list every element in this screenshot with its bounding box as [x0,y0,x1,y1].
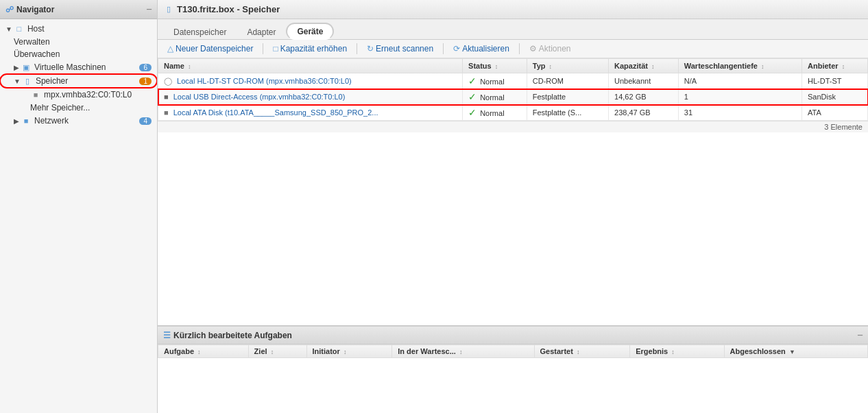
table-container: Name ↕ Status ↕ Typ ↕ [158,58,868,325]
sidebar-item-vmhba32[interactable]: ■ mpx.vmhba32:C0:T0:L0 [0,88,157,102]
tasks-col-aufgabe[interactable]: Aufgabe ↕ [158,345,249,358]
tasks-col-queue[interactable]: In der Wartesc... ↕ [392,345,534,358]
col-capacity[interactable]: Kapazität ↕ [609,59,679,73]
toolbar: △ Neuer Datenspeicher □ Kapazität erhöhe… [158,40,868,58]
expand-arrow-vms: ▶ [14,64,19,71]
window-title: T130.fritz.box - Speicher [177,4,280,14]
col-vendor[interactable]: Anbieter ↕ [802,59,868,73]
actions-icon: ⚙ [529,44,537,54]
col-queue-depth[interactable]: Warteschlangentiefe ↕ [678,59,801,73]
sidebar-item-host[interactable]: ▼ □ Host [0,22,157,36]
table-header-row: Name ↕ Status ↕ Typ ↕ [158,59,868,73]
tasks-col-queue-label: In der Wartesc... [398,347,456,355]
table-row[interactable]: ◯ Local HL-DT-ST CD-ROM (mpx.vmhba36:C0:… [158,73,868,89]
bottom-panel-minimize-button[interactable]: ─ [858,331,863,339]
expand-capacity-button[interactable]: □ Kapazität erhöhen [269,43,351,55]
tasks-icon: ☰ [163,331,171,340]
status-ok-icon-2: ✓ [468,91,477,102]
row3-status-label: Normal [480,109,504,117]
col-capacity-sort: ↕ [651,63,655,70]
col-vendor-label: Anbieter [808,62,839,70]
refresh-button[interactable]: ⟳ Aktualisieren [449,43,514,55]
row3-name: ■ Local ATA Disk (t10.ATA_____Samsung_SS… [158,105,463,121]
row3-vendor: ATA [802,105,868,121]
col-type-sort: ↕ [549,63,553,70]
actions-button[interactable]: ⚙ Aktionen [525,43,575,55]
storage-icon: ▯ [22,75,33,86]
sidebar-item-netzwerk[interactable]: ▶ ■ Netzwerk 4 [0,114,157,128]
rescan-label: Erneut scannen [376,44,433,54]
sidebar-speicher-label: Speicher [36,76,140,86]
sidebar-minimize-button[interactable]: ─ [147,5,152,13]
sidebar-content: ▼ □ Host Verwalten Überwachen ▶ ▣ Virtue… [0,19,157,413]
tasks-col-initiator[interactable]: Initiator ↕ [306,345,392,358]
new-datastore-icon: △ [167,44,173,54]
sidebar-header: ☍ Navigator ─ [0,0,157,19]
row3-name-link[interactable]: Local ATA Disk (t10.ATA_____Samsung_SSD_… [173,108,378,117]
row2-status: ✓ Normal [463,89,527,105]
sidebar-item-speicher[interactable]: ▼ ▯ Speicher 1 [0,74,157,88]
tasks-col-started-sort: ↕ [577,349,580,355]
row2-vendor: SanDisk [802,89,868,105]
sidebar-verwalten-label: Verwalten [14,37,152,47]
refresh-label: Aktualisieren [462,44,509,54]
status-ok-icon-3: ✓ [468,107,477,118]
toolbar-sep-1 [263,43,263,54]
network-icon: ■ [21,115,32,126]
tasks-table: Aufgabe ↕ Ziel ↕ Initiator ↕ [158,344,868,358]
bottom-panel-title: ☰ Kürzlich bearbeitete Aufgaben [163,331,292,340]
sidebar: ☍ Navigator ─ ▼ □ Host Verwalten Überwac… [0,0,158,413]
sidebar-title: ☍ Navigator [5,5,54,14]
row2-status-label: Normal [480,93,504,102]
tasks-col-result[interactable]: Ergebnis ↕ [630,345,724,358]
tasks-col-result-sort: ↕ [671,349,675,355]
bottom-panel: ☰ Kürzlich bearbeitete Aufgaben ─ Aufgab… [158,325,868,413]
col-queue-depth-label: Warteschlangentiefe [684,62,758,70]
tabs-bar: Datenspeicher Adapter Geräte [158,19,868,40]
sidebar-netzwerk-label: Netzwerk [34,116,139,126]
tasks-col-aufgabe-label: Aufgabe [164,347,194,355]
expand-capacity-label: Kapazität erhöhen [280,44,347,54]
table-row[interactable]: ■ Local USB Direct-Access (mpx.vmhba32:C… [158,89,868,105]
row1-queue-depth: N/A [678,73,801,89]
row2-type: Festplatte [527,89,608,105]
tasks-col-completed[interactable]: Abgeschlossen ▼ [724,345,867,358]
tasks-col-ziel-sort: ↕ [271,349,274,355]
tasks-col-initiator-sort: ↕ [343,349,347,355]
sidebar-vmhba32-label: mpx.vmhba32:C0:T0:L0 [44,90,152,99]
col-type[interactable]: Typ ↕ [527,59,608,73]
rescan-button[interactable]: ↻ Erneut scannen [363,43,437,55]
sidebar-item-mehr-speicher[interactable]: Mehr Speicher... [0,102,157,114]
completed-filter-icon: ▼ [789,349,795,355]
tasks-col-started[interactable]: Gestartet ↕ [534,345,630,358]
sidebar-item-vms[interactable]: ▶ ▣ Virtuelle Maschinen 6 [0,60,157,74]
tasks-col-initiator-label: Initiator [313,347,340,355]
col-name[interactable]: Name ↕ [158,59,463,73]
disk-sub-icon: ■ [30,89,41,100]
sidebar-item-verwalten[interactable]: Verwalten [0,36,157,48]
col-status[interactable]: Status ↕ [463,59,527,73]
tab-adapter[interactable]: Adapter [237,24,286,40]
toolbar-sep-2 [357,43,357,54]
disk-icon: ■ [164,108,169,117]
sidebar-uberwachen-label: Überwachen [14,49,152,59]
tasks-col-ziel[interactable]: Ziel ↕ [248,345,306,358]
new-datastore-button[interactable]: △ Neuer Datenspeicher [163,43,257,55]
tab-datenspeicher-label: Datenspeicher [173,27,226,37]
tasks-col-started-label: Gestartet [540,347,573,355]
usb-icon: ■ [164,93,169,101]
vm-icon: ▣ [21,62,32,73]
table-row[interactable]: ■ Local ATA Disk (t10.ATA_____Samsung_SS… [158,105,868,121]
row2-name-link[interactable]: Local USB Direct-Access (mpx.vmhba32:C0:… [173,93,346,101]
navigator-icon: ☍ [5,5,14,14]
sidebar-item-uberwachen[interactable]: Überwachen [0,48,157,60]
rescan-icon: ↻ [367,44,374,54]
vms-badge: 6 [139,64,152,71]
tab-geraete[interactable]: Geräte [286,23,334,40]
col-name-sort: ↕ [188,63,191,70]
col-name-label: Name [164,62,184,70]
tasks-col-aufgabe-sort: ↕ [197,349,201,355]
tab-datenspeicher[interactable]: Datenspeicher [163,24,237,40]
row1-name-link[interactable]: Local HL-DT-ST CD-ROM (mpx.vmhba36:C0:T0… [177,77,352,85]
expand-arrow-speicher: ▼ [14,78,21,85]
